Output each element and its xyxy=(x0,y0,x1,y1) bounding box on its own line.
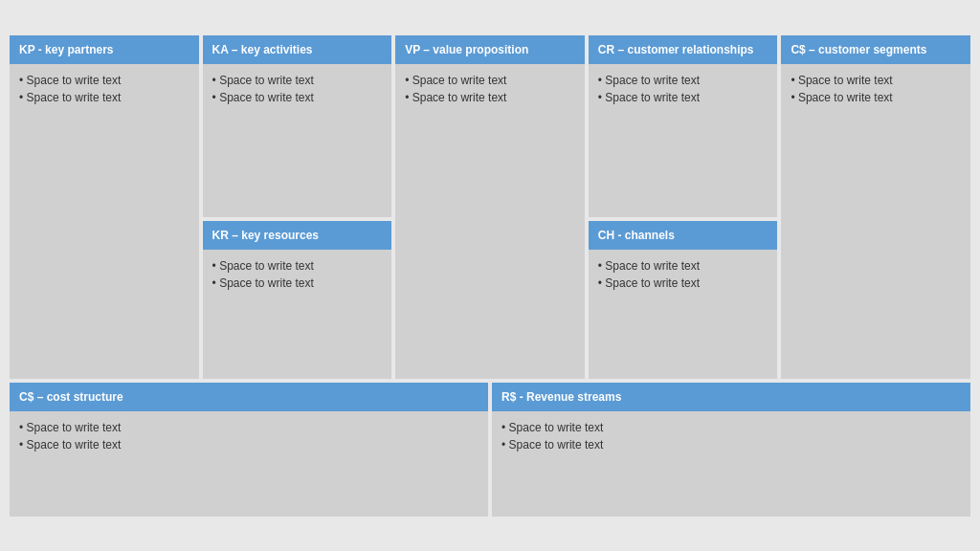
kp-body[interactable]: Space to write text Space to write text xyxy=(10,64,199,379)
cr-cell[interactable]: CR – customer relationships Space to wri… xyxy=(589,35,778,217)
list-item: Space to write text xyxy=(501,421,961,434)
cs-header: C$ – customer segments xyxy=(781,35,970,64)
list-item: Space to write text xyxy=(405,74,575,87)
cost-cell[interactable]: C$ – cost structure Space to write text … xyxy=(10,383,488,517)
kp-cell[interactable]: KP - key partners Space to write text Sp… xyxy=(10,35,199,379)
ch-body[interactable]: Space to write text Space to write text xyxy=(589,250,778,379)
list-item: Space to write text xyxy=(405,91,575,104)
cr-header: CR – customer relationships xyxy=(589,35,778,64)
cost-list: Space to write text Space to write text xyxy=(19,421,479,452)
list-item: Space to write text xyxy=(19,74,189,87)
bottom-grid: C$ – cost structure Space to write text … xyxy=(10,383,970,517)
cr-list: Space to write text Space to write text xyxy=(598,74,768,104)
ka-list: Space to write text Space to write text xyxy=(212,74,383,104)
ch-list: Space to write text Space to write text xyxy=(598,259,768,290)
list-item: Space to write text xyxy=(19,91,189,104)
ch-cell[interactable]: CH - channels Space to write text Space … xyxy=(589,221,778,379)
cs-cell[interactable]: C$ – customer segments Space to write te… xyxy=(781,35,970,379)
list-item: Space to write text xyxy=(212,276,383,290)
list-item: Space to write text xyxy=(19,421,479,434)
cost-body[interactable]: Space to write text Space to write text xyxy=(10,411,488,517)
list-item: Space to write text xyxy=(598,259,768,273)
revenue-body[interactable]: Space to write text Space to write text xyxy=(492,411,970,517)
list-item: Space to write text xyxy=(598,91,768,104)
ka-header: KA – key activities xyxy=(203,35,392,64)
revenue-list: Space to write text Space to write text xyxy=(501,421,961,452)
list-item: Space to write text xyxy=(501,438,961,452)
kp-header: KP - key partners xyxy=(10,35,199,64)
ka-body[interactable]: Space to write text Space to write text xyxy=(203,64,392,217)
list-item: Space to write text xyxy=(791,74,961,87)
vp-list: Space to write text Space to write text xyxy=(405,74,575,104)
list-item: Space to write text xyxy=(212,74,383,87)
ka-cell[interactable]: KA – key activities Space to write text … xyxy=(203,35,392,217)
list-item: Space to write text xyxy=(598,276,768,290)
kr-header: KR – key resources xyxy=(203,221,392,250)
cr-body[interactable]: Space to write text Space to write text xyxy=(589,64,778,217)
kr-cell[interactable]: KR – key resources Space to write text S… xyxy=(203,221,392,379)
kp-list: Space to write text Space to write text xyxy=(19,74,189,104)
cs-list: Space to write text Space to write text xyxy=(791,74,961,104)
revenue-header: R$ - Revenue streams xyxy=(492,383,970,411)
vp-cell[interactable]: VP – value proposition Space to write te… xyxy=(395,35,585,379)
kr-body[interactable]: Space to write text Space to write text xyxy=(203,250,392,379)
list-item: Space to write text xyxy=(19,438,479,452)
list-item: Space to write text xyxy=(212,259,383,273)
ch-header: CH - channels xyxy=(589,221,778,250)
list-item: Space to write text xyxy=(791,91,961,104)
vp-body[interactable]: Space to write text Space to write text xyxy=(395,64,585,379)
revenue-cell[interactable]: R$ - Revenue streams Space to write text… xyxy=(492,383,970,517)
cost-header: C$ – cost structure xyxy=(10,383,488,411)
list-item: Space to write text xyxy=(212,91,383,104)
kr-list: Space to write text Space to write text xyxy=(212,259,383,290)
cs-body[interactable]: Space to write text Space to write text xyxy=(781,64,970,379)
business-model-canvas: KP - key partners Space to write text Sp… xyxy=(10,35,970,517)
vp-header: VP – value proposition xyxy=(395,35,585,64)
list-item: Space to write text xyxy=(598,74,768,87)
top-grid: KP - key partners Space to write text Sp… xyxy=(10,35,970,379)
